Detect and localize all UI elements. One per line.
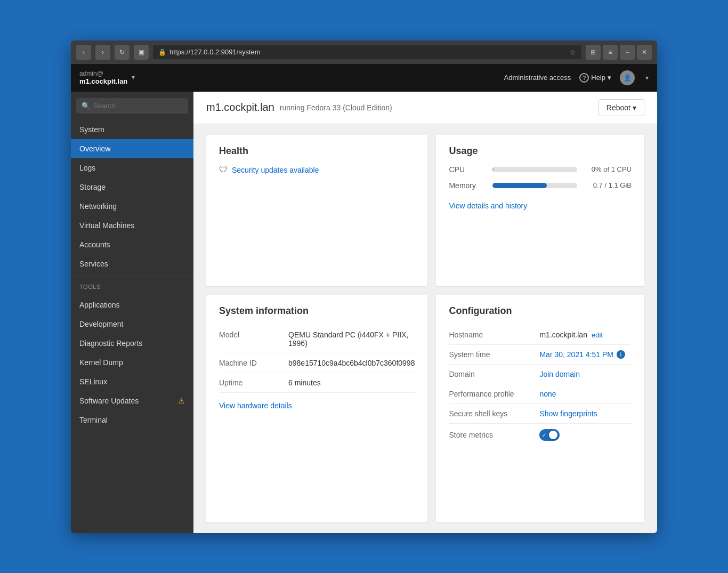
system-time-link[interactable]: Mar 30, 2021 4:51 PM <box>539 350 613 359</box>
system-time-value-row: Mar 30, 2021 4:51 PM i <box>539 350 625 359</box>
metrics-row: Store metrics ✓ <box>449 424 632 446</box>
sidebar-item-label: Software Updates <box>79 397 139 405</box>
memory-bar-fill <box>492 183 546 188</box>
sidebar-item-label: Logs <box>79 164 95 172</box>
sidebar-item-label: Virtual Machines <box>79 221 134 230</box>
sidebar-item-label: Services <box>79 260 108 268</box>
search-input[interactable] <box>93 102 183 110</box>
view-details-link[interactable]: View details and history <box>449 201 527 210</box>
sidebar-item-label: Development <box>79 320 124 328</box>
sidebar-item-virtual-machines[interactable]: Virtual Machines <box>71 216 193 235</box>
health-card: Health 🛡 Security updates available <box>206 135 427 287</box>
content-header: m1.cockpit.lan running Fedora 33 (Cloud … <box>193 92 657 124</box>
minimize-button[interactable]: − <box>620 45 635 60</box>
perf-label: Performance profile <box>449 390 539 398</box>
usage-card: Usage CPU 0% of 1 CPU Memory <box>436 135 644 287</box>
health-alert: 🛡 Security updates available <box>219 165 415 175</box>
help-button[interactable]: ? Help ▾ <box>579 73 611 83</box>
sidebar-item-diagnostic-reports[interactable]: Diagnostic Reports <box>71 334 193 353</box>
sidebar-item-storage[interactable]: Storage <box>71 177 193 197</box>
sidebar-item-applications[interactable]: Applications <box>71 295 193 314</box>
memory-usage-row: Memory 0.7 / 1.1 GiB <box>449 181 632 190</box>
app-window: admin@ m1.cockpit.lan ▾ Administrative a… <box>71 64 657 533</box>
topbar-right: Administrative access ? Help ▾ 👤 ▾ <box>504 70 649 85</box>
sidebar-item-label: SELinux <box>79 377 107 386</box>
content-area: m1.cockpit.lan running Fedora 33 (Cloud … <box>193 92 657 533</box>
hostname-label: Hostname <box>449 330 539 339</box>
system-time-info-icon[interactable]: i <box>617 350 625 359</box>
config-card: Configuration Hostname m1.cockpit.lan ed… <box>436 295 644 522</box>
url-text[interactable]: https://127.0.0.2:9091/system <box>169 48 566 56</box>
machine-id-row: Machine ID b98e15710c9a4bc6b4cl0b7c360f0… <box>219 353 415 373</box>
search-icon: 🔍 <box>82 102 90 110</box>
user-name: admin@ <box>79 70 127 77</box>
health-title: Health <box>219 146 415 157</box>
sidebar-item-logs[interactable]: Logs <box>71 158 193 177</box>
sidebar-item-terminal[interactable]: Terminal <box>71 410 193 430</box>
sidebar-tools-label: Tools <box>71 278 193 295</box>
sidebar-item-networking[interactable]: Networking <box>71 197 193 216</box>
reboot-button[interactable]: Reboot ▾ <box>598 99 644 116</box>
config-title: Configuration <box>449 305 632 317</box>
sidebar-item-label: Storage <box>79 183 106 191</box>
menu-button[interactable]: ≡ <box>603 45 618 60</box>
forward-button[interactable]: › <box>95 45 110 60</box>
avatar-dropdown-arrow[interactable]: ▾ <box>645 74 649 82</box>
topbar-user-section: admin@ m1.cockpit.lan ▾ <box>79 70 135 86</box>
system-time-row: System time Mar 30, 2021 4:51 PM i <box>449 345 632 365</box>
model-value: QEMU Standard PC (i440FX + PIIX, 1996) <box>288 330 415 348</box>
sidebar-item-system[interactable]: System <box>71 120 193 139</box>
sidebar-item-label: Accounts <box>79 240 110 249</box>
avatar[interactable]: 👤 <box>620 70 635 85</box>
sidebar-item-services[interactable]: Services <box>71 254 193 273</box>
software-updates-warning-icon: ⚠ <box>178 397 185 405</box>
cpu-bar-fill <box>492 167 494 172</box>
model-label: Model <box>219 330 288 348</box>
reload-button[interactable]: ↻ <box>115 45 130 60</box>
uptime-row: Uptime 6 minutes <box>219 373 415 393</box>
close-button[interactable]: ✕ <box>637 45 652 60</box>
sidebar-item-kernel-dump[interactable]: Kernel Dump <box>71 353 193 372</box>
sidebar-item-label: Kernel Dump <box>79 358 123 367</box>
sysinfo-card: System information Model QEMU Standard P… <box>206 295 427 522</box>
extensions-button[interactable]: ⊞ <box>586 45 601 60</box>
user-dropdown-arrow[interactable]: ▾ <box>132 74 135 81</box>
cards-grid: Health 🛡 Security updates available Usag… <box>193 124 657 533</box>
home-button[interactable]: ▣ <box>134 45 149 60</box>
join-domain-link[interactable]: Join domain <box>539 370 580 378</box>
metrics-toggle[interactable]: ✓ <box>539 429 560 441</box>
system-time-label: System time <box>449 350 539 359</box>
usage-title: Usage <box>449 146 632 157</box>
hostname-edit-link[interactable]: edit <box>592 331 603 339</box>
sidebar-item-label: Networking <box>79 202 117 211</box>
memory-value: 0.7 / 1.1 GiB <box>584 181 632 189</box>
machine-id-value: b98e15710c9a4bc6b4cl0b7c360f0998 <box>288 359 415 367</box>
search-bar[interactable]: 🔍 <box>76 98 188 114</box>
cpu-value: 0% of 1 CPU <box>584 165 632 173</box>
perf-value-link[interactable]: none <box>539 390 556 398</box>
sidebar-item-software-updates[interactable]: Software Updates ⚠ <box>71 391 193 410</box>
sidebar-item-label: Terminal <box>79 416 108 424</box>
cpu-usage-row: CPU 0% of 1 CPU <box>449 165 632 174</box>
memory-label: Memory <box>449 181 486 190</box>
cpu-label: CPU <box>449 165 486 174</box>
security-updates-link[interactable]: Security updates available <box>232 166 319 174</box>
show-fingerprints-link[interactable]: Show fingerprints <box>539 409 597 418</box>
bookmark-icon[interactable]: ☆ <box>569 48 576 57</box>
sidebar-item-label: Overview <box>79 144 110 153</box>
hostname-row: Hostname m1.cockpit.lan edit <box>449 325 632 345</box>
user-host: m1.cockpit.lan <box>79 77 127 86</box>
sidebar-item-label: System <box>79 125 104 134</box>
sidebar-item-accounts[interactable]: Accounts <box>71 235 193 254</box>
sidebar: 🔍 System Overview Logs Storage Network <box>71 92 193 533</box>
sidebar-item-development[interactable]: Development <box>71 314 193 334</box>
help-label: Help <box>591 74 605 82</box>
sidebar-item-overview[interactable]: Overview <box>71 139 193 158</box>
page-os-info: running Fedora 33 (Cloud Edition) <box>280 103 392 112</box>
sidebar-item-selinux[interactable]: SELinux <box>71 372 193 391</box>
back-button[interactable]: ‹ <box>76 45 91 60</box>
view-hardware-link[interactable]: View hardware details <box>219 401 292 410</box>
main-content: 🔍 System Overview Logs Storage Network <box>71 92 657 533</box>
model-row: Model QEMU Standard PC (i440FX + PIIX, 1… <box>219 325 415 353</box>
sysinfo-title: System information <box>219 305 415 317</box>
